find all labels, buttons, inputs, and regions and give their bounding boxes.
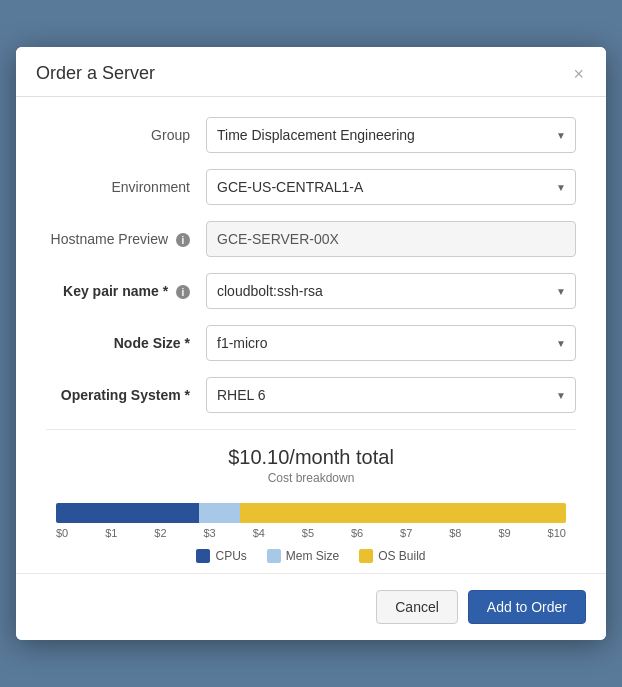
group-label: Group [46, 127, 206, 143]
modal-body: Group Time Displacement Engineering Envi… [16, 97, 606, 573]
chart-container: $0$1$2$3$4$5$6$7$8$9$10 [46, 503, 576, 539]
close-button[interactable]: × [571, 65, 586, 83]
os-select[interactable]: RHEL 6 [206, 377, 576, 413]
cost-total: $10.10/month total [46, 446, 576, 469]
legend-item: OS Build [359, 549, 425, 563]
legend-swatch [196, 549, 210, 563]
os-label: Operating System * [46, 387, 206, 403]
environment-select[interactable]: GCE-US-CENTRAL1-A [206, 169, 576, 205]
nodesize-select-wrapper: f1-micro [206, 325, 576, 361]
cost-breakdown-label: Cost breakdown [46, 471, 576, 485]
keypair-row: Key pair name * i cloudbolt:ssh-rsa [46, 273, 576, 309]
legend-swatch [359, 549, 373, 563]
environment-row: Environment GCE-US-CENTRAL1-A [46, 169, 576, 205]
modal-header: Order a Server × [16, 47, 606, 97]
group-select[interactable]: Time Displacement Engineering [206, 117, 576, 153]
hostname-preview: GCE-SERVER-00X [206, 221, 576, 257]
os-row: Operating System * RHEL 6 [46, 377, 576, 413]
modal-overlay: Order a Server × Group Time Displacement… [0, 0, 622, 687]
order-server-modal: Order a Server × Group Time Displacement… [16, 47, 606, 640]
legend-label: CPUs [215, 549, 246, 563]
cost-section: $10.10/month total Cost breakdown [46, 436, 576, 491]
group-select-wrapper: Time Displacement Engineering [206, 117, 576, 153]
keypair-label: Key pair name * i [46, 283, 206, 300]
group-row: Group Time Displacement Engineering [46, 117, 576, 153]
hostname-info-icon: i [176, 233, 190, 247]
keypair-select[interactable]: cloudbolt:ssh-rsa [206, 273, 576, 309]
nodesize-select[interactable]: f1-micro [206, 325, 576, 361]
nodesize-row: Node Size * f1-micro [46, 325, 576, 361]
add-order-button[interactable]: Add to Order [468, 590, 586, 624]
chart-axis: $0$1$2$3$4$5$6$7$8$9$10 [56, 527, 566, 539]
divider [46, 429, 576, 430]
legend-swatch [267, 549, 281, 563]
os-select-wrapper: RHEL 6 [206, 377, 576, 413]
modal-title: Order a Server [36, 63, 155, 84]
chart-bar [56, 503, 566, 523]
keypair-info-icon: i [176, 285, 190, 299]
nodesize-label: Node Size * [46, 335, 206, 351]
hostname-label: Hostname Preview i [46, 231, 206, 248]
modal-footer: Cancel Add to Order [16, 573, 606, 640]
legend-item: CPUs [196, 549, 246, 563]
legend-item: Mem Size [267, 549, 339, 563]
legend-label: OS Build [378, 549, 425, 563]
keypair-select-wrapper: cloudbolt:ssh-rsa [206, 273, 576, 309]
environment-select-wrapper: GCE-US-CENTRAL1-A [206, 169, 576, 205]
cancel-button[interactable]: Cancel [376, 590, 458, 624]
hostname-row: Hostname Preview i GCE-SERVER-00X [46, 221, 576, 257]
chart-legend: CPUsMem SizeOS Build [46, 549, 576, 563]
environment-label: Environment [46, 179, 206, 195]
legend-label: Mem Size [286, 549, 339, 563]
